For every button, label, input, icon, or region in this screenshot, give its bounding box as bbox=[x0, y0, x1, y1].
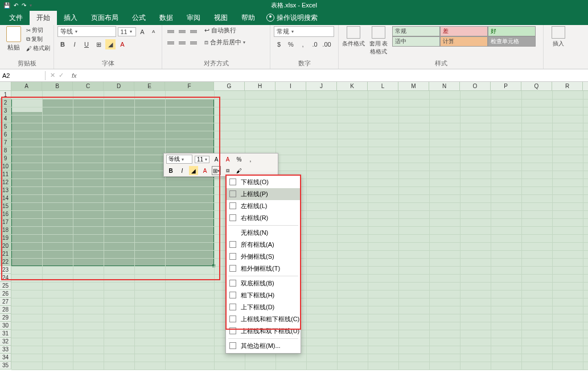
tab-formula[interactable]: 公式 bbox=[125, 11, 153, 25]
row-header-25[interactable]: 25 bbox=[0, 282, 11, 290]
row-header-2[interactable]: 2 bbox=[0, 99, 11, 107]
ctx-left-border[interactable]: 左框线(L) bbox=[226, 200, 301, 212]
row-header-18[interactable]: 18 bbox=[0, 226, 11, 234]
tell-me[interactable]: 操作说明搜索 bbox=[266, 13, 318, 23]
cut-button[interactable]: ✂剪切 bbox=[26, 26, 50, 34]
row-header-24[interactable]: 24 bbox=[0, 274, 11, 282]
row-header-17[interactable]: 17 bbox=[0, 218, 11, 226]
row-header-1[interactable]: 1 bbox=[0, 91, 11, 99]
ctx-thick-bottom[interactable]: 粗下框线(H) bbox=[226, 289, 301, 301]
style-good[interactable]: 好 bbox=[488, 26, 536, 36]
font-color-button[interactable]: A bbox=[117, 39, 128, 49]
border-button[interactable]: ⊞ bbox=[93, 39, 104, 49]
ctx-more-borders[interactable]: 其他边框(M)... bbox=[226, 340, 301, 352]
mini-border-button[interactable]: ⊞▾ bbox=[212, 166, 221, 175]
style-calc[interactable]: 计算 bbox=[440, 36, 488, 47]
percent-button[interactable]: % bbox=[286, 39, 296, 49]
row-header-3[interactable]: 3 bbox=[0, 107, 11, 115]
conditional-format-button[interactable]: 条件格式 bbox=[342, 26, 365, 48]
tab-layout[interactable]: 页面布局 bbox=[84, 11, 125, 25]
mini-size-combo[interactable]: 11▾ bbox=[195, 156, 209, 163]
mini-increase-font[interactable]: A bbox=[212, 155, 221, 164]
col-header-F[interactable]: F bbox=[165, 82, 214, 90]
mini-font-color[interactable]: A bbox=[223, 155, 232, 164]
row-header-34[interactable]: 34 bbox=[0, 354, 11, 362]
tab-data[interactable]: 数据 bbox=[153, 11, 180, 25]
row-header-5[interactable]: 5 bbox=[0, 123, 11, 131]
row-header-11[interactable]: 11 bbox=[0, 171, 11, 179]
row-header-20[interactable]: 20 bbox=[0, 242, 11, 250]
col-header-D[interactable]: D bbox=[104, 82, 134, 90]
underline-button[interactable]: U bbox=[81, 39, 92, 49]
decrease-decimal-button[interactable]: .00 bbox=[322, 39, 332, 49]
format-as-table-button[interactable]: 套用 表格格式 bbox=[367, 26, 390, 56]
row-header-31[interactable]: 31 bbox=[0, 330, 11, 338]
mini-fill-color[interactable]: ◢ bbox=[189, 166, 198, 175]
increase-font-button[interactable]: A bbox=[138, 27, 147, 37]
row-header-35[interactable]: 35 bbox=[0, 362, 11, 370]
row-header-29[interactable]: 29 bbox=[0, 314, 11, 322]
font-family-combo[interactable]: 等线▾ bbox=[57, 26, 116, 37]
cancel-icon[interactable]: ✕ bbox=[50, 72, 55, 79]
undo-icon[interactable]: ↶ bbox=[14, 2, 18, 9]
mini-comma[interactable]: , bbox=[246, 155, 255, 164]
row-header-32[interactable]: 32 bbox=[0, 338, 11, 346]
mini-bold[interactable]: B bbox=[166, 166, 175, 175]
row-header-16[interactable]: 16 bbox=[0, 210, 11, 218]
tab-review[interactable]: 审阅 bbox=[180, 11, 207, 25]
number-format-combo[interactable]: 常规▾ bbox=[274, 26, 334, 37]
mini-italic[interactable]: I bbox=[178, 166, 187, 175]
mini-format-painter[interactable]: 🖌 bbox=[235, 166, 244, 175]
col-header-Q[interactable]: Q bbox=[521, 82, 552, 90]
ctx-thick-box[interactable]: 粗外侧框线(T) bbox=[226, 263, 301, 275]
col-header-E[interactable]: E bbox=[134, 82, 165, 90]
col-header-G[interactable]: G bbox=[214, 82, 245, 90]
col-header-M[interactable]: M bbox=[398, 82, 429, 90]
font-size-combo[interactable]: 11▾ bbox=[118, 27, 136, 36]
col-header-R[interactable]: R bbox=[552, 82, 583, 90]
row-header-8[interactable]: 8 bbox=[0, 147, 11, 155]
row-header-9[interactable]: 9 bbox=[0, 155, 11, 163]
tab-help[interactable]: 帮助 bbox=[235, 11, 262, 25]
ctx-all-borders[interactable]: 所有框线(A) bbox=[226, 239, 301, 251]
name-box[interactable]: A2 bbox=[0, 71, 46, 80]
italic-button[interactable]: I bbox=[69, 39, 80, 49]
row-header-7[interactable]: 7 bbox=[0, 139, 11, 147]
bold-button[interactable]: B bbox=[57, 39, 68, 49]
row-header-14[interactable]: 14 bbox=[0, 194, 11, 202]
col-header-O[interactable]: O bbox=[460, 82, 491, 90]
select-all-corner[interactable] bbox=[0, 82, 11, 90]
col-header-P[interactable]: P bbox=[491, 82, 521, 90]
row-header-26[interactable]: 26 bbox=[0, 290, 11, 298]
style-bad[interactable]: 差 bbox=[440, 26, 488, 36]
row-header-28[interactable]: 28 bbox=[0, 306, 11, 314]
insert-button[interactable]: 插入 bbox=[547, 26, 570, 48]
ctx-top-border[interactable]: 上框线(P) bbox=[226, 188, 301, 200]
enter-icon[interactable]: ✓ bbox=[59, 72, 64, 79]
comma-button[interactable]: , bbox=[298, 39, 308, 49]
col-header-C[interactable]: C bbox=[73, 82, 104, 90]
col-header-I[interactable]: I bbox=[276, 82, 306, 90]
wrap-text-button[interactable]: ↩自动换行 bbox=[204, 26, 245, 35]
cell-styles-gallery[interactable]: 常规 差 好 适中 计算 检查单元格 bbox=[392, 26, 536, 47]
ctx-right-border[interactable]: 右框线(R) bbox=[226, 212, 301, 224]
row-header-33[interactable]: 33 bbox=[0, 346, 11, 354]
format-painter-button[interactable]: 🖌格式刷 bbox=[26, 44, 50, 52]
mini-font-color2[interactable]: A bbox=[200, 166, 209, 175]
fx-icon[interactable]: fx bbox=[68, 72, 80, 79]
col-header-L[interactable]: L bbox=[368, 82, 398, 90]
fill-color-button[interactable]: ◢ bbox=[105, 39, 116, 49]
row-header-6[interactable]: 6 bbox=[0, 131, 11, 139]
style-neutral[interactable]: 适中 bbox=[392, 36, 440, 47]
row-header-13[interactable]: 13 bbox=[0, 186, 11, 194]
col-header-K[interactable]: K bbox=[337, 82, 368, 90]
row-header-22[interactable]: 22 bbox=[0, 258, 11, 266]
row-header-12[interactable]: 12 bbox=[0, 179, 11, 186]
ctx-outside-borders[interactable]: 外侧框线(S) bbox=[226, 251, 301, 263]
currency-button[interactable]: $ bbox=[274, 39, 284, 49]
style-check[interactable]: 检查单元格 bbox=[488, 36, 536, 47]
tab-file[interactable]: 文件 bbox=[2, 11, 30, 25]
tab-view[interactable]: 视图 bbox=[207, 11, 235, 25]
col-header-A[interactable]: A bbox=[11, 82, 42, 90]
row-header-19[interactable]: 19 bbox=[0, 234, 11, 242]
